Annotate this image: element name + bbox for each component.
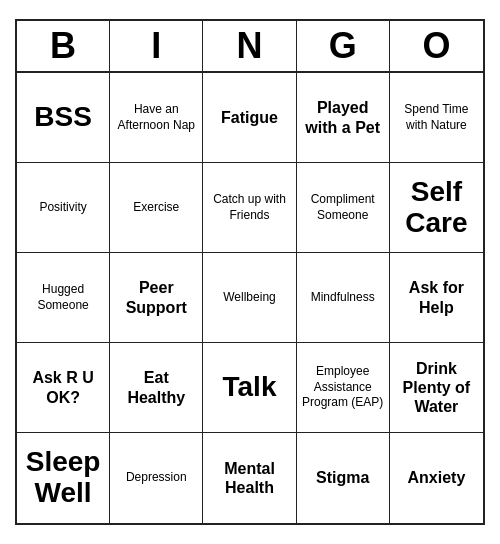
cell-5[interactable]: Positivity	[17, 163, 110, 253]
cell-14[interactable]: Ask for Help	[390, 253, 483, 343]
cell-22[interactable]: Mental Health	[203, 433, 296, 523]
bingo-grid: BSSHave an Afternoon NapFatiguePlayed wi…	[17, 73, 483, 523]
cell-19[interactable]: Drink Plenty of Water	[390, 343, 483, 433]
cell-13[interactable]: Mindfulness	[297, 253, 390, 343]
cell-10[interactable]: Hugged Someone	[17, 253, 110, 343]
cell-3[interactable]: Played with a Pet	[297, 73, 390, 163]
cell-9[interactable]: Self Care	[390, 163, 483, 253]
cell-2[interactable]: Fatigue	[203, 73, 296, 163]
cell-11[interactable]: Peer Support	[110, 253, 203, 343]
cell-24[interactable]: Anxiety	[390, 433, 483, 523]
cell-20[interactable]: Sleep Well	[17, 433, 110, 523]
cell-18[interactable]: Employee Assistance Program (EAP)	[297, 343, 390, 433]
cell-4[interactable]: Spend Time with Nature	[390, 73, 483, 163]
cell-15[interactable]: Ask R U OK?	[17, 343, 110, 433]
header-o: O	[390, 21, 483, 71]
header-b: B	[17, 21, 110, 71]
cell-7[interactable]: Catch up with Friends	[203, 163, 296, 253]
cell-8[interactable]: Compliment Someone	[297, 163, 390, 253]
cell-12[interactable]: Wellbeing	[203, 253, 296, 343]
header-i: I	[110, 21, 203, 71]
cell-17[interactable]: Talk	[203, 343, 296, 433]
cell-6[interactable]: Exercise	[110, 163, 203, 253]
header-g: G	[297, 21, 390, 71]
cell-1[interactable]: Have an Afternoon Nap	[110, 73, 203, 163]
header-n: N	[203, 21, 296, 71]
cell-21[interactable]: Depression	[110, 433, 203, 523]
cell-0[interactable]: BSS	[17, 73, 110, 163]
bingo-card: B I N G O BSSHave an Afternoon NapFatigu…	[15, 19, 485, 525]
cell-16[interactable]: Eat Healthy	[110, 343, 203, 433]
cell-23[interactable]: Stigma	[297, 433, 390, 523]
bingo-header: B I N G O	[17, 21, 483, 73]
